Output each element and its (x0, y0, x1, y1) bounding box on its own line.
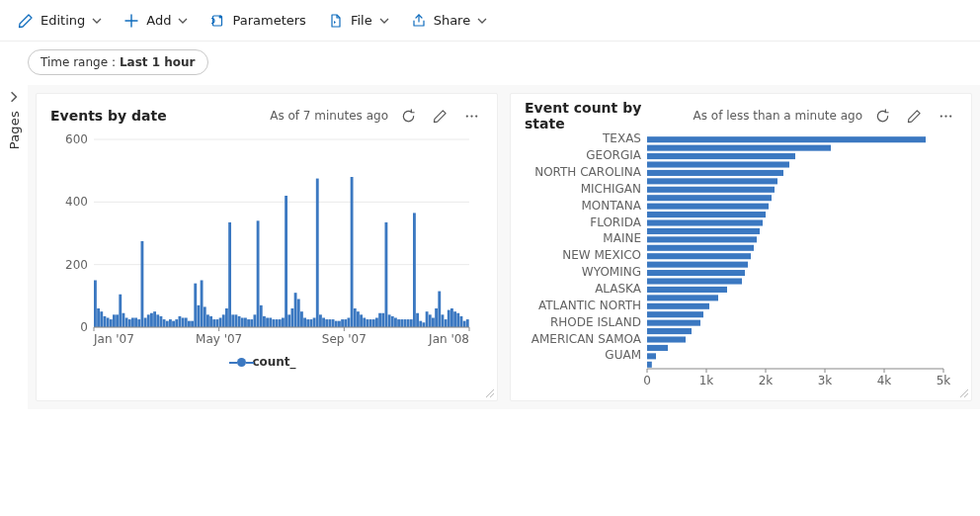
svg-rect-44 (191, 321, 194, 327)
svg-rect-120 (429, 314, 432, 327)
svg-text:FLORIDA: FLORIDA (590, 215, 642, 229)
add-label: Add (146, 13, 171, 28)
expand-pages-icon[interactable] (8, 91, 20, 103)
file-label: File (351, 13, 372, 28)
svg-rect-128 (453, 311, 456, 327)
svg-text:200: 200 (65, 258, 88, 272)
pencil-icon (18, 13, 34, 29)
svg-rect-49 (206, 314, 209, 327)
panel-status: As of 7 minutes ago (270, 109, 388, 123)
svg-rect-51 (212, 319, 215, 327)
add-button[interactable]: Add (114, 5, 198, 37)
svg-rect-39 (175, 319, 178, 327)
svg-rect-105 (381, 313, 384, 327)
svg-rect-73 (282, 318, 285, 328)
more-button[interactable] (934, 104, 957, 128)
time-range-value: Last 1 hour (120, 55, 196, 69)
svg-text:ALASKA: ALASKA (595, 282, 642, 296)
svg-rect-82 (310, 319, 313, 327)
svg-rect-32 (153, 311, 156, 327)
svg-rect-16 (104, 316, 107, 327)
svg-point-3 (470, 115, 472, 117)
svg-rect-50 (209, 316, 212, 327)
parameters-button[interactable]: Parameters (200, 5, 315, 37)
panel-events-by-date: Events by date As of 7 minutes ago 02004… (36, 93, 498, 401)
svg-rect-70 (273, 319, 276, 327)
filter-bar: Time range : Last 1 hour (0, 42, 980, 85)
svg-rect-72 (279, 319, 282, 327)
panel-title: Event count by state (525, 100, 686, 131)
svg-rect-117 (419, 321, 422, 327)
svg-rect-100 (367, 319, 369, 327)
svg-rect-150 (647, 161, 789, 167)
svg-rect-13 (94, 281, 97, 328)
svg-rect-26 (134, 318, 137, 328)
edit-button[interactable] (428, 104, 451, 128)
svg-rect-104 (378, 313, 381, 327)
panel-title: Events by date (50, 108, 262, 124)
svg-rect-52 (216, 319, 219, 327)
svg-rect-177 (647, 311, 703, 317)
svg-rect-15 (100, 311, 103, 327)
svg-point-142 (939, 115, 941, 117)
edit-button[interactable] (902, 104, 926, 128)
share-button[interactable]: Share (401, 5, 498, 37)
svg-rect-85 (319, 314, 322, 327)
refresh-button[interactable] (870, 104, 894, 128)
more-button[interactable] (459, 104, 483, 128)
refresh-button[interactable] (396, 104, 420, 128)
svg-rect-90 (335, 321, 338, 327)
svg-rect-65 (257, 220, 260, 327)
events-line-chart[interactable]: 0200400600Jan '07May '07Sep '07Jan '08 (50, 133, 483, 351)
pages-label[interactable]: Pages (7, 111, 22, 149)
svg-point-1 (219, 15, 222, 18)
svg-rect-58 (235, 314, 238, 327)
svg-rect-27 (137, 319, 140, 327)
file-button[interactable]: File (318, 5, 399, 37)
svg-rect-62 (247, 319, 250, 327)
editing-label: Editing (41, 13, 85, 28)
svg-text:TEXAS: TEXAS (602, 133, 641, 145)
svg-rect-66 (260, 305, 263, 327)
svg-rect-108 (391, 316, 394, 327)
svg-rect-38 (172, 321, 175, 327)
svg-rect-159 (647, 212, 766, 217)
panel-status: As of less than a minute ago (694, 109, 862, 123)
svg-rect-84 (316, 179, 319, 327)
chevron-down-icon (379, 16, 389, 26)
svg-text:GUAM: GUAM (605, 348, 641, 362)
svg-rect-114 (410, 319, 413, 327)
svg-rect-43 (188, 321, 191, 327)
state-bar-chart[interactable]: TEXASGEORGIANORTH CAROLINAMICHIGANMONTAN… (525, 133, 957, 390)
svg-rect-83 (313, 318, 316, 328)
svg-rect-59 (238, 316, 241, 327)
svg-rect-24 (128, 319, 131, 327)
editing-button[interactable]: Editing (8, 5, 112, 37)
svg-rect-77 (294, 293, 297, 327)
svg-rect-36 (166, 321, 169, 327)
svg-point-2 (465, 115, 467, 117)
svg-rect-23 (125, 318, 128, 328)
svg-text:ATLANTIC NORTH: ATLANTIC NORTH (538, 299, 641, 312)
svg-rect-151 (647, 170, 783, 176)
svg-rect-165 (647, 245, 754, 251)
svg-rect-145 (647, 136, 926, 142)
svg-text:MONTANA: MONTANA (581, 199, 641, 213)
time-range-chip[interactable]: Time range : Last 1 hour (28, 49, 208, 75)
svg-rect-93 (344, 319, 347, 327)
svg-rect-35 (163, 319, 166, 327)
svg-text:Jan '07: Jan '07 (93, 332, 134, 346)
resize-handle-icon[interactable] (483, 387, 495, 398)
svg-rect-25 (131, 318, 134, 328)
dashboard-canvas: Events by date As of 7 minutes ago 02004… (28, 85, 980, 409)
chevron-down-icon (178, 16, 188, 26)
svg-rect-113 (407, 319, 410, 327)
svg-rect-157 (647, 204, 769, 210)
svg-rect-118 (423, 322, 426, 327)
svg-rect-121 (432, 318, 435, 328)
svg-rect-21 (119, 295, 122, 327)
file-icon (328, 13, 344, 29)
svg-rect-18 (110, 319, 113, 327)
resize-handle-icon[interactable] (957, 387, 969, 398)
svg-rect-148 (647, 153, 795, 159)
